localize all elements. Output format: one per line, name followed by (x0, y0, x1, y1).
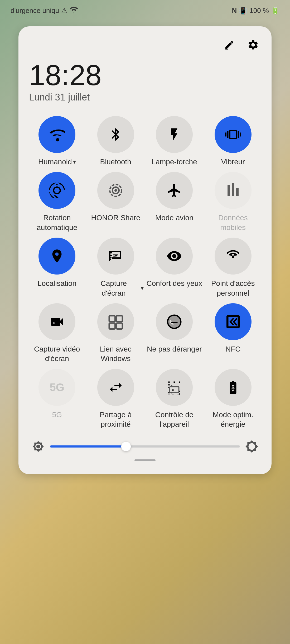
svg-rect-11 (170, 387, 179, 393)
tile-rotation-circle (38, 172, 75, 209)
tile-screenshot[interactable]: Capture d'écran ▾ (88, 238, 144, 298)
tile-link-windows-circle (97, 303, 134, 340)
tile-mobile-data[interactable]: Données mobiles (205, 172, 261, 232)
emergency-text: d'urgence uniqu (11, 7, 59, 15)
tile-location[interactable]: Localisation (29, 238, 85, 298)
tile-nfc-circle (215, 303, 252, 340)
tile-vibrate[interactable]: Vibreur (205, 116, 261, 167)
svg-rect-7 (109, 316, 115, 322)
tile-bluetooth-label: Bluetooth (100, 157, 131, 167)
svg-point-6 (53, 322, 55, 324)
tile-flashlight-label: Lampe-torche (152, 157, 197, 167)
tile-5g[interactable]: 5G 5G (29, 369, 85, 429)
tile-eye-comfort[interactable]: Confort des yeux (146, 238, 202, 298)
tile-flashlight-circle (156, 116, 193, 153)
tile-screenshot-circle (97, 238, 134, 275)
tile-nearby-share[interactable]: Partage à proximité (88, 369, 144, 429)
edit-button[interactable] (221, 37, 237, 53)
vibrate-status-icon: 📳 (239, 7, 247, 15)
tile-hotspot-circle (215, 238, 252, 275)
tile-5g-label: 5G (52, 410, 62, 420)
svg-rect-10 (116, 323, 122, 329)
tile-device-control-circle (156, 369, 193, 406)
quick-settings-panel: 18:28 Lundi 31 juillet Humanoid ▾ (18, 26, 272, 474)
svg-rect-9 (109, 323, 115, 329)
tile-honor-share[interactable]: HONOR Share (88, 172, 144, 232)
tile-honor-share-label: HONOR Share (91, 213, 140, 223)
tile-nearby-share-circle (97, 369, 134, 406)
tile-mobile-data-label: Données mobiles (205, 213, 261, 232)
quick-tiles-grid: Humanoid ▾ Bluetooth Lampe-torche (29, 116, 261, 429)
tile-airplane[interactable]: Mode avion (146, 172, 202, 232)
wifi-status-icon (69, 6, 78, 16)
tile-nfc-label: NFC (225, 344, 241, 354)
tile-mobile-data-circle (215, 172, 252, 209)
tile-screen-record-label: Capture vidéo d'écran (29, 344, 85, 364)
tile-eye-comfort-circle (156, 238, 193, 275)
tile-wifi-label: Humanoid ▾ (38, 157, 76, 167)
brightness-row (29, 440, 261, 453)
brightness-low-icon (32, 440, 45, 453)
tile-dnd[interactable]: Ne pas déranger (146, 303, 202, 364)
tile-hotspot[interactable]: Point d'accès personnel (205, 238, 261, 298)
tile-dnd-label: Ne pas déranger (147, 344, 202, 354)
tile-honor-share-circle (97, 172, 134, 209)
tile-location-circle (38, 238, 75, 275)
brightness-slider[interactable] (50, 445, 240, 448)
tile-bluetooth[interactable]: Bluetooth (88, 116, 144, 167)
tile-dnd-circle (156, 303, 193, 340)
tile-device-control-label: Contrôle de l'appareil (146, 410, 202, 429)
tile-5g-circle: 5G (38, 369, 75, 406)
tile-flashlight[interactable]: Lampe-torche (146, 116, 202, 167)
tile-location-label: Localisation (37, 279, 76, 288)
nfc-status-icon: N (232, 7, 237, 15)
brightness-high-icon (245, 440, 258, 453)
tile-airplane-circle (156, 172, 193, 209)
tile-nfc[interactable]: NFC (205, 303, 261, 364)
tile-eye-comfort-label: Confort des yeux (146, 279, 202, 288)
tile-screen-record-circle (38, 303, 75, 340)
tile-hotspot-label: Point d'accès personnel (205, 279, 261, 298)
tile-device-control[interactable]: Contrôle de l'appareil (146, 369, 202, 429)
time-display: 18:28 Lundi 31 juillet (29, 61, 261, 103)
tile-screen-record[interactable]: Capture vidéo d'écran (29, 303, 85, 364)
brightness-fill (50, 445, 126, 448)
swipe-handle[interactable] (134, 459, 156, 461)
warning-icon: ⚠ (61, 7, 67, 15)
tile-screenshot-label: Capture d'écran ▾ (88, 279, 144, 298)
tile-link-windows[interactable]: Lien avec Windows (88, 303, 144, 364)
tile-power-mode[interactable]: Mode optim. énergie (205, 369, 261, 429)
settings-button[interactable] (245, 37, 261, 53)
svg-rect-8 (116, 316, 122, 322)
tile-nearby-share-label: Partage à proximité (88, 410, 144, 429)
tile-rotation[interactable]: Rotation automatique (29, 172, 85, 232)
tile-vibrate-label: Vibreur (221, 157, 245, 167)
tile-bluetooth-circle (97, 116, 134, 153)
tile-wifi[interactable]: Humanoid ▾ (29, 116, 85, 167)
tile-wifi-circle (38, 116, 75, 153)
status-bar: d'urgence uniqu ⚠ N 📳 100 % 🔋 (0, 0, 290, 21)
tile-power-mode-label: Mode optim. énergie (205, 410, 261, 429)
panel-header (29, 37, 261, 53)
clock-date: Lundi 31 juillet (29, 92, 261, 103)
tile-power-mode-circle (215, 369, 252, 406)
clock-time: 18:28 (29, 61, 261, 90)
tile-rotation-label: Rotation automatique (29, 213, 85, 232)
tile-airplane-label: Mode avion (155, 213, 194, 223)
tile-link-windows-label: Lien avec Windows (88, 344, 144, 364)
battery-text: 100 % (249, 7, 269, 15)
bottom-background (0, 474, 290, 644)
svg-point-3 (114, 189, 117, 192)
brightness-thumb[interactable] (121, 442, 131, 451)
battery-icon: 🔋 (271, 7, 279, 15)
status-bar-right: N 📳 100 % 🔋 (232, 7, 279, 15)
tile-vibrate-circle (215, 116, 252, 153)
status-bar-left: d'urgence uniqu ⚠ (11, 6, 78, 16)
